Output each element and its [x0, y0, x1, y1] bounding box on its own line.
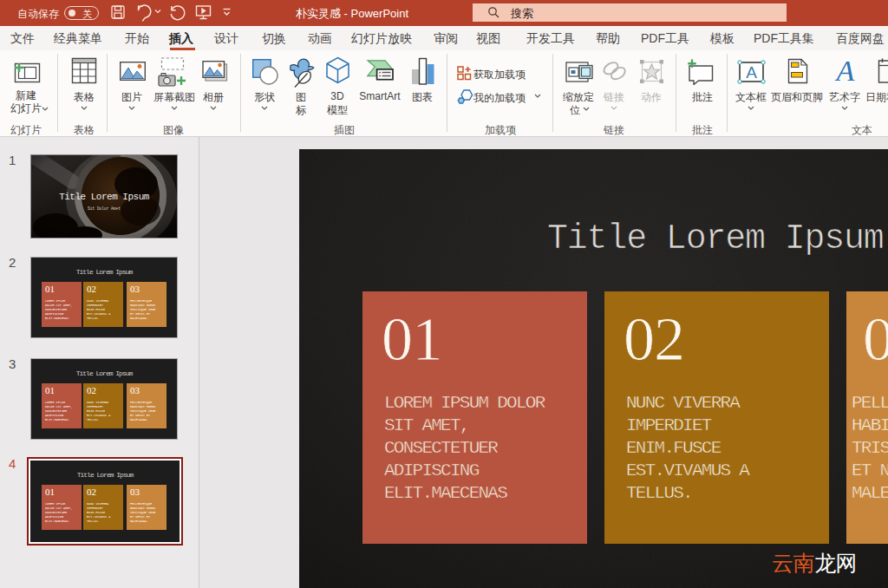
svg-text:A: A: [835, 57, 855, 85]
svg-text:Title Lorem Ipsum: Title Lorem Ipsum: [59, 192, 150, 202]
svg-text:Sit Dolor Amet: Sit Dolor Amet: [88, 206, 121, 211]
svg-text:A: A: [746, 63, 757, 82]
